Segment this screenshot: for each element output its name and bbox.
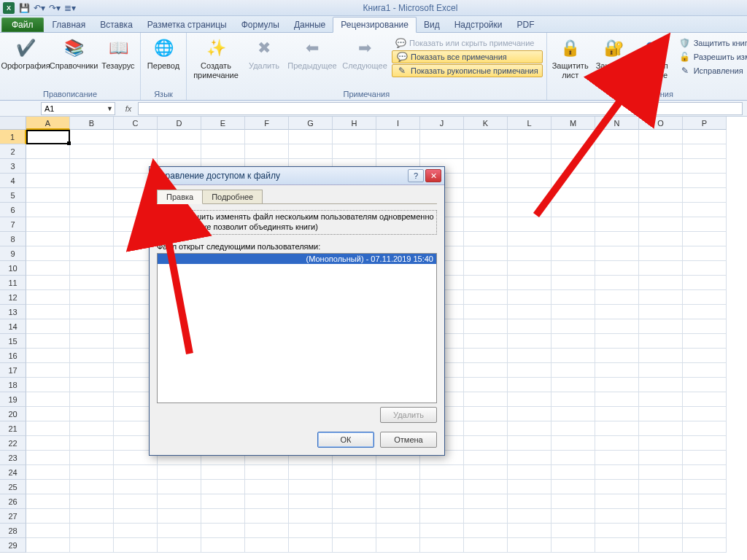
cell[interactable] [26, 261, 70, 276]
allow-ranges-button[interactable]: 🔓 Разрешить изм [676, 50, 747, 63]
cell[interactable] [289, 480, 333, 494]
cell[interactable] [464, 276, 508, 290]
cell[interactable] [683, 159, 727, 174]
cell[interactable] [201, 144, 245, 159]
redo-icon[interactable]: ↷▾ [48, 2, 61, 14]
cell[interactable] [70, 246, 114, 261]
cell[interactable] [464, 538, 508, 553]
row-header-26[interactable]: 26 [0, 494, 26, 509]
thesaurus-button[interactable]: 📖 Тезаурус [100, 35, 136, 71]
row-header-6[interactable]: 6 [0, 203, 26, 217]
allow-multiuser-checkbox[interactable] [160, 213, 169, 222]
cell[interactable] [464, 217, 508, 232]
cell[interactable] [464, 421, 508, 436]
cell[interactable] [26, 363, 70, 378]
col-header-I[interactable]: I [376, 117, 420, 130]
cell[interactable] [508, 436, 551, 451]
col-header-D[interactable]: D [158, 117, 201, 130]
cell[interactable] [551, 290, 595, 305]
cell[interactable] [551, 509, 595, 524]
cell[interactable] [683, 144, 727, 159]
cell[interactable] [595, 188, 639, 203]
cell[interactable] [376, 538, 420, 553]
cell[interactable] [551, 217, 595, 232]
cell[interactable] [508, 363, 551, 378]
cell[interactable] [201, 480, 245, 494]
cell[interactable] [683, 407, 727, 421]
cell[interactable] [639, 378, 683, 392]
cell[interactable] [683, 436, 727, 451]
cell[interactable] [595, 436, 639, 451]
cell[interactable] [683, 290, 727, 305]
col-header-L[interactable]: L [508, 117, 551, 130]
show-ink-button[interactable]: ✎ Показать рукописные примечания [392, 64, 543, 77]
cell[interactable] [595, 451, 639, 465]
cell[interactable] [639, 319, 683, 334]
cell[interactable] [201, 524, 245, 538]
cell[interactable] [551, 363, 595, 378]
cell[interactable] [26, 276, 70, 290]
row-header-28[interactable]: 28 [0, 524, 26, 538]
row-header-27[interactable]: 27 [0, 509, 26, 524]
row-header-15[interactable]: 15 [0, 334, 26, 349]
select-all-corner[interactable] [0, 117, 26, 130]
row-header-3[interactable]: 3 [0, 159, 26, 174]
cell[interactable] [464, 188, 508, 203]
cell[interactable] [464, 349, 508, 363]
cell[interactable] [376, 524, 420, 538]
cell[interactable] [114, 130, 158, 144]
cell[interactable] [595, 480, 639, 494]
cell[interactable] [683, 509, 727, 524]
cell[interactable] [508, 261, 551, 276]
cell[interactable] [595, 290, 639, 305]
protect-workbook-button[interactable]: 🔐 Защитить книгу [595, 35, 634, 79]
row-header-2[interactable]: 2 [0, 144, 26, 159]
name-box[interactable]: A1 ▼ [41, 102, 115, 115]
cell[interactable] [70, 421, 114, 436]
cell[interactable] [464, 130, 508, 144]
cell[interactable] [70, 203, 114, 217]
cell[interactable] [158, 494, 201, 509]
cell[interactable] [639, 217, 683, 232]
track-changes-button[interactable]: ✎ Исправления▾ [676, 64, 747, 77]
protect-sheet-button[interactable]: 🔒 Защитить лист [551, 35, 590, 79]
cell[interactable] [245, 509, 289, 524]
cell[interactable] [508, 276, 551, 290]
row-header-12[interactable]: 12 [0, 290, 26, 305]
cell[interactable] [70, 480, 114, 494]
cell[interactable] [289, 130, 333, 144]
translate-button[interactable]: 🌐 Перевод [144, 35, 182, 71]
cell[interactable] [70, 524, 114, 538]
cell[interactable] [420, 480, 464, 494]
user-list-item[interactable]: (Монопольный) - 07.11.2019 15:40 [158, 254, 436, 264]
cell[interactable] [551, 276, 595, 290]
save-icon[interactable]: 💾 [18, 2, 31, 14]
cell[interactable] [464, 407, 508, 421]
row-header-9[interactable]: 9 [0, 246, 26, 261]
cell[interactable] [595, 349, 639, 363]
cell[interactable] [595, 159, 639, 174]
cell[interactable] [683, 203, 727, 217]
cell[interactable] [551, 261, 595, 276]
cancel-button[interactable]: Отмена [380, 432, 437, 448]
cell[interactable] [70, 188, 114, 203]
cell[interactable] [70, 217, 114, 232]
cell[interactable] [508, 174, 551, 188]
cell[interactable] [639, 509, 683, 524]
cell[interactable] [595, 524, 639, 538]
cell[interactable] [508, 378, 551, 392]
cell[interactable] [70, 305, 114, 319]
cell[interactable] [26, 188, 70, 203]
cell[interactable] [683, 217, 727, 232]
cell[interactable] [595, 305, 639, 319]
row-header-18[interactable]: 18 [0, 378, 26, 392]
cell[interactable] [595, 232, 639, 246]
cell[interactable] [595, 378, 639, 392]
cell[interactable] [158, 524, 201, 538]
cell[interactable] [551, 524, 595, 538]
cell[interactable] [464, 290, 508, 305]
close-button[interactable]: ✕ [425, 169, 441, 182]
cell[interactable] [639, 305, 683, 319]
cell[interactable] [683, 465, 727, 480]
cell[interactable] [508, 203, 551, 217]
